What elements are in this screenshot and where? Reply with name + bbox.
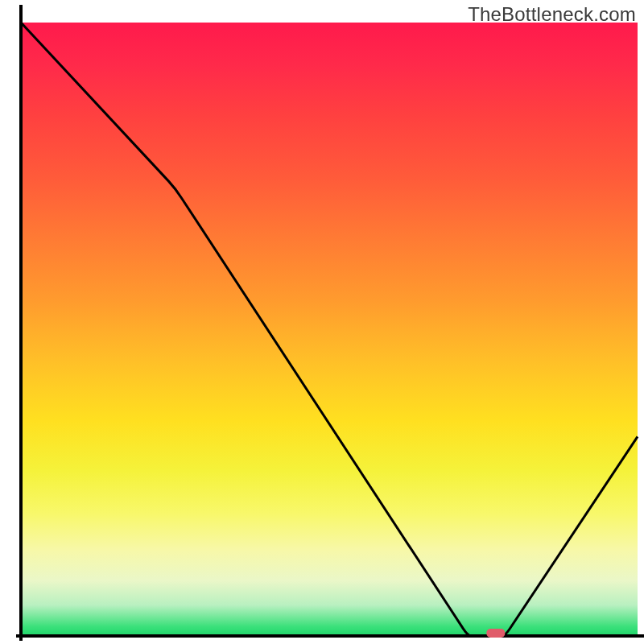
plot-area <box>21 23 638 636</box>
bottleneck-chart <box>0 0 644 644</box>
chart-container: TheBottleneck.com <box>0 0 644 644</box>
watermark-label: TheBottleneck.com <box>468 3 636 26</box>
optimal-marker <box>486 629 505 638</box>
